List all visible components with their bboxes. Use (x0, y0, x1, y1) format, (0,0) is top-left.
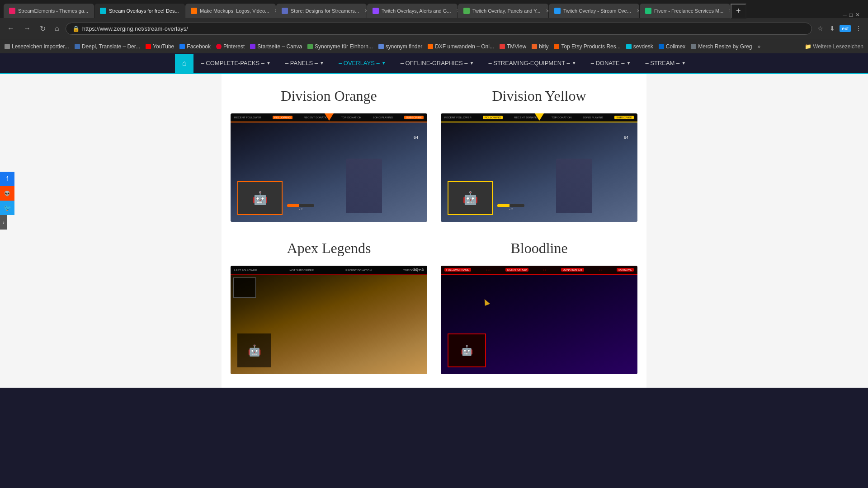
nav-streaming-equipment[interactable]: – STREAMING-EQUIPMENT – ▼ (481, 53, 583, 73)
nav-donate[interactable]: – DONATE – ▼ (584, 53, 638, 73)
tab-close-3[interactable]: ✕ (272, 8, 276, 14)
cam-box-yellow: 🤖 (448, 181, 493, 215)
hud-chevron-yellow (535, 113, 544, 121)
hud-top-bar-apex: LAST FOLLOWER LAST SUBSCRIBER RECENT DON… (231, 266, 427, 275)
bookmark-label-facebook: Facebook (187, 43, 211, 50)
bookmark-youtube[interactable]: YouTube (146, 43, 174, 50)
close-window-button[interactable]: ✕ (855, 12, 860, 18)
avatar-icon-orange: 🤖 (252, 191, 268, 206)
facebook-share-button[interactable]: f (0, 172, 14, 186)
maximize-button[interactable]: □ (849, 12, 853, 18)
bookmark-favicon-synonym-finder (378, 44, 384, 49)
nav-bar: ← → ↻ ⌂ 🔒 https://www.zerging.net/stream… (0, 18, 868, 39)
hud-number-apex: SQ • 2 (413, 267, 424, 272)
bookmark-deepl[interactable]: Deepl, Translate – Der... (75, 43, 140, 50)
tab-favicon-8 (645, 8, 651, 14)
overlay-thumbnail-apex-legends[interactable]: LAST FOLLOWER LAST SUBSCRIBER RECENT DON… (231, 266, 427, 374)
tab-close-6[interactable]: ✕ (543, 8, 548, 14)
bookmark-collmex[interactable]: Collmex (659, 43, 685, 50)
tab-close-7[interactable]: ✕ (634, 8, 639, 14)
nav-stream[interactable]: – STREAM – ▼ (638, 53, 693, 73)
overlay-grid: Division Orange RECENT FOLLOWER FOLLOWIN… (231, 88, 637, 374)
health-bar-yellow (497, 204, 524, 207)
new-tab-button[interactable]: + (731, 4, 746, 19)
bookmark-star-button[interactable]: ☆ (816, 23, 825, 34)
overlay-thumbnail-bloodline[interactable]: FOLLOWERNAME ⬦⬦⬦ DONATION €20 ⬦⬦ DONATIO… (441, 266, 637, 374)
chevron-down-icon-2: ▼ (320, 61, 324, 66)
bookmark-canva[interactable]: Startseite – Canva (250, 43, 302, 50)
nav-complete-packs[interactable]: – COMPLETE-PACKS – ▼ (193, 53, 278, 73)
hud-label-song-yellow: SONG PLAYING (583, 116, 603, 119)
bookmark-merch[interactable]: Merch Resize by Greg (691, 43, 752, 50)
tab-1[interactable]: StreamElements - Themes ga... ✕ (4, 4, 94, 18)
bookmark-bitly[interactable]: bitly (532, 43, 548, 50)
home-button[interactable]: ⌂ (52, 23, 62, 34)
hud-label-followername: ⬦⬦⬦ (486, 268, 491, 271)
tab-6[interactable]: Twitch Overlay, Panels and Y... ✕ (458, 4, 548, 18)
nav-panels[interactable]: – PANELS – ▼ (278, 53, 331, 73)
tab-8[interactable]: Fiverr - Freelance Services M... ✕ (640, 4, 730, 18)
cam-box-bloodline: 🤖 (448, 333, 486, 367)
tab-2[interactable]: Stream Overlays for free! Des... ✕ (94, 4, 185, 18)
health-fill-yellow (497, 204, 509, 207)
hud-label-top-donation: TOP DONATION (341, 116, 361, 119)
bookmark-synonyme[interactable]: Synonyme für Einhorn... (307, 43, 373, 50)
bookmark-sevdesk[interactable]: sevdesk (626, 43, 653, 50)
bookmark-dxf[interactable]: DXF umwandeln – Onl... (428, 43, 494, 50)
hud-top-bar-orange: RECENT FOLLOWER FOLLOWING RECENT DONATIO… (231, 113, 427, 122)
minimize-button[interactable]: ─ (843, 12, 847, 18)
bookmark-favicon-canva (250, 44, 255, 49)
tab-label-2: Stream Overlays for free! Des... (109, 8, 179, 14)
bookmark-synonym-finder[interactable]: synonym finder (378, 43, 422, 50)
bookmark-lesezeichen[interactable]: Lesezeichen importier... (5, 43, 69, 50)
hud-badge-blood-4: SURNAME (617, 268, 634, 272)
overlay-thumbnail-division-yellow[interactable]: RECENT FOLLOWER FOLLOWING RECENT DONATIO… (441, 113, 637, 222)
twitter-share-button[interactable]: 🐦 (0, 201, 14, 215)
hud-badge-blood-2: DONATION €20 (505, 268, 528, 272)
cam-box-orange: 🤖 (237, 181, 283, 215)
bookmark-favicon-facebook (179, 44, 185, 49)
bookmark-favicon-collmex (659, 44, 664, 49)
tab-close-5[interactable]: ✕ (453, 8, 458, 14)
overlay-item-bloodline: Bloodline FOLLOWERNAME ⬦⬦⬦ DONATION €20 … (441, 240, 637, 374)
tab-favicon-3 (191, 8, 197, 14)
home-nav-button[interactable]: ⌂ (175, 54, 194, 73)
extensions-button[interactable]: ext (840, 25, 851, 32)
reddit-share-button[interactable]: 👽 (0, 186, 14, 201)
tab-4[interactable]: Store: Designs for Streamers... ✕ (276, 4, 367, 18)
social-expand-button[interactable]: › (0, 215, 7, 230)
address-bar[interactable]: 🔒 https://www.zerging.net/stream-overlay… (66, 23, 812, 35)
bookmark-facebook[interactable]: Facebook (179, 43, 211, 50)
avatar-icon-apex: 🤖 (248, 344, 261, 357)
back-button[interactable]: ← (5, 23, 17, 34)
tab-3[interactable]: Make Mockups, Logos, Video... ✕ (185, 4, 276, 18)
overlay-thumbnail-division-orange[interactable]: RECENT FOLLOWER FOLLOWING RECENT DONATIO… (231, 113, 427, 222)
tab-label-3: Make Mockups, Logos, Video... (200, 8, 269, 14)
bookmark-topetsy[interactable]: Top Etsy Products Res... (554, 43, 620, 50)
tab-label-5: Twitch Overlays, Alerts and G... (382, 8, 451, 14)
downloads-button[interactable]: ⬇ (828, 23, 837, 34)
tab-close-8[interactable]: ✕ (726, 8, 730, 14)
bookmark-more[interactable]: » (758, 43, 761, 50)
tab-close-4[interactable]: ✕ (362, 8, 367, 14)
tab-favicon-5 (373, 8, 379, 14)
bookmark-pinterest[interactable]: Pinterest (216, 43, 245, 50)
reload-button[interactable]: ↻ (37, 23, 48, 35)
bookmark-favicon-bitly (532, 44, 537, 49)
content-area: Division Orange RECENT FOLLOWER FOLLOWIN… (222, 74, 646, 388)
bookmark-tmview[interactable]: TMView (500, 43, 526, 50)
hud-label-top-donation-yellow: TOP DONATION (551, 116, 571, 119)
health-fill-orange (287, 204, 299, 207)
tab-close-2[interactable]: ✕ (182, 8, 185, 14)
nav-label-donate: – DONATE – (591, 60, 625, 66)
menu-button[interactable]: ⋮ (854, 23, 863, 34)
bookmark-folder[interactable]: 📁 Weitere Lesezeichen (805, 43, 863, 50)
tab-5[interactable]: Twitch Overlays, Alerts and G... ✕ (367, 4, 458, 18)
hud-top-bar-yellow: RECENT FOLLOWER FOLLOWING RECENT DONATIO… (441, 113, 637, 122)
overlay-title-apex-legends: Apex Legends (231, 240, 427, 257)
nav-offline-graphics[interactable]: – OFFLINE-GRAPHICS – ▼ (393, 53, 481, 73)
forward-button[interactable]: → (21, 23, 33, 34)
nav-overlays[interactable]: – OVERLAYS – ▼ (331, 53, 393, 74)
tab-close-1[interactable]: ✕ (91, 8, 94, 14)
tab-7[interactable]: Twitch Overlay - Stream Ove... ✕ (549, 4, 639, 18)
